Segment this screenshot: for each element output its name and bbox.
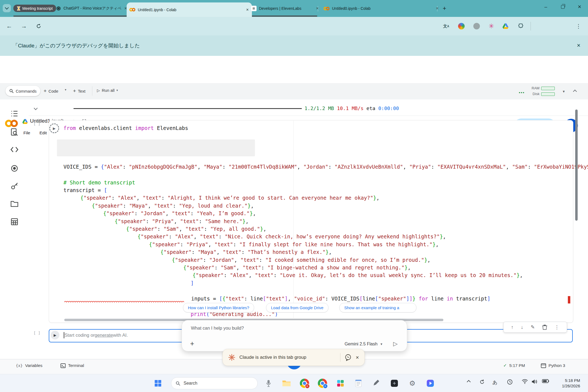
code-line-7: {"speaker": "Jordan", "text": "Yeah, I’m… — [103, 210, 256, 217]
ai-chip-1[interactable]: How can I install Python libraries? — [183, 303, 254, 312]
secrets-key-icon[interactable] — [10, 182, 19, 190]
extension-orb2-icon[interactable] — [472, 22, 481, 31]
delete-cell-icon[interactable] — [542, 324, 547, 330]
windows-taskbar: Search R R ⚙ あ — [0, 374, 588, 392]
model-selector[interactable]: Gemini 2.5 Flash ▼ — [345, 342, 383, 347]
browser-menu-kebab-icon[interactable]: ⋮ — [574, 22, 583, 31]
taskbar-search[interactable]: Search — [171, 377, 258, 389]
tab-4[interactable]: Untitled0.ipynb - Colab× — [321, 3, 442, 14]
media-app-icon[interactable] — [425, 378, 436, 389]
kernel-status[interactable]: Python 3 — [541, 363, 565, 368]
tab-2[interactable]: Untitled1.ipynb - Colab× — [127, 2, 252, 17]
elevenlabs-tab-icon: II — [251, 6, 257, 11]
close-button[interactable]: × — [571, 0, 588, 14]
add-text-button[interactable]: +Text — [73, 88, 86, 94]
new-cell-placeholder[interactable]: Start coding or generate with AI. — [64, 332, 128, 338]
tab-search-button[interactable] — [3, 4, 11, 12]
wifi-icon[interactable] — [522, 379, 528, 384]
menu-edit[interactable]: Edit — [38, 130, 48, 136]
slack-app-icon[interactable] — [335, 378, 346, 389]
toast-close-icon[interactable]: × — [356, 354, 359, 361]
back-button[interactable]: ← — [5, 22, 14, 31]
volume-icon[interactable] — [532, 379, 538, 384]
hourglass-icon — [17, 6, 20, 11]
reload-button[interactable] — [34, 22, 43, 31]
ai-chip-2[interactable]: Load data from Google Drive — [266, 303, 328, 312]
attach-plus-button[interactable]: + — [190, 339, 194, 348]
tray-clock-icon[interactable] — [507, 379, 513, 385]
gemini-placeholder[interactable]: What can I help you build? — [191, 326, 244, 331]
run-new-cell-button[interactable]: ▶ — [51, 331, 59, 339]
tab-close-icon[interactable]: × — [316, 6, 319, 11]
extensions-puzzle-icon[interactable] — [516, 22, 525, 31]
run-cell-button[interactable]: ▶ — [49, 123, 59, 133]
notepad-app-icon[interactable] — [353, 378, 364, 389]
extension-asterisk-icon[interactable]: ✳ — [487, 22, 496, 31]
screen: Meeting transcript ChatGPT - Rimo Voiceア… — [0, 0, 588, 392]
collapse-toolbar-icon[interactable] — [574, 89, 576, 94]
file-explorer-icon[interactable] — [281, 378, 292, 389]
variables-label: Variables — [25, 363, 42, 368]
selection-highlight — [57, 139, 255, 156]
terminal-button[interactable]: Terminal — [60, 363, 84, 368]
ime-indicator[interactable]: あ — [492, 379, 497, 386]
find-replace-icon[interactable] — [10, 128, 19, 136]
collapse-output-icon[interactable] — [34, 106, 37, 111]
recorder-app-icon[interactable] — [263, 378, 274, 389]
reload-icon — [36, 23, 41, 29]
tab-3[interactable]: IIDevelopers | ElevenLabs× — [248, 3, 322, 14]
battery-icon[interactable] — [542, 379, 549, 383]
pen-tablet-app-icon[interactable] — [371, 378, 382, 389]
cell-execution-gutter: [ ] — [33, 331, 40, 335]
dark-app-icon[interactable] — [389, 378, 400, 389]
generate-link[interactable]: generate — [95, 333, 113, 338]
tab-1[interactable]: ChatGPT - Rimo Voiceアクティベ…× — [53, 3, 130, 14]
table-grid-icon[interactable] — [10, 218, 19, 226]
drive-extension-icon[interactable] — [501, 22, 510, 31]
gemini-prompt-box[interactable]: What can I help you build? + Gemini 2.5 … — [182, 320, 407, 351]
commands-button[interactable]: Commands — [5, 86, 40, 96]
vertical-scrollbar[interactable] — [575, 110, 578, 221]
add-code-button[interactable]: +Code — [44, 88, 58, 94]
extension-orb-icon[interactable] — [457, 22, 466, 31]
new-tab-button[interactable]: + — [441, 5, 448, 12]
chrome-profile2-icon[interactable]: R — [317, 378, 328, 389]
chrome-icon: R — [300, 379, 309, 388]
colab-header: Untitled1.ipynb ☆ FileEditViewInsertRunt… — [0, 56, 588, 83]
scanner-lens-icon[interactable] — [10, 164, 19, 172]
search-icon — [9, 89, 14, 93]
check-icon: ✓ — [503, 363, 507, 368]
banner-close-icon[interactable]: × — [577, 42, 580, 49]
variables-button[interactable]: {x} Variables — [16, 363, 42, 368]
start-button[interactable] — [153, 378, 163, 389]
add-code-dropdown[interactable]: ▾ — [65, 88, 66, 92]
files-folder-icon[interactable] — [10, 200, 19, 208]
settings-app-icon[interactable]: ⚙ — [407, 378, 418, 389]
run-all-button[interactable]: ▷Run all▾ — [97, 88, 118, 93]
code-snippets-icon[interactable] — [10, 145, 19, 154]
claude-starburst-icon — [228, 354, 235, 361]
chat-bubble-icon[interactable] — [345, 354, 352, 361]
move-cell-up-icon[interactable]: ↑ — [511, 324, 513, 330]
maximize-button[interactable] — [554, 0, 571, 14]
tray-expand-icon[interactable] — [467, 379, 470, 385]
resources-dropdown-icon[interactable]: ▼ — [562, 90, 565, 93]
move-cell-down-icon[interactable]: ↓ — [521, 324, 523, 330]
plus-icon: + — [44, 88, 47, 94]
tab-group-pill[interactable]: Meeting transcript — [13, 5, 56, 12]
send-prompt-icon[interactable]: ▷ — [393, 341, 398, 347]
ai-chip-3[interactable]: Show an example of training a — [339, 303, 416, 312]
code-line-3: # Short demo transcript — [63, 179, 135, 186]
minimize-button[interactable]: – — [537, 0, 554, 14]
table-of-contents-icon[interactable] — [10, 110, 19, 118]
search-icon — [176, 381, 180, 386]
chrome-profile1-icon[interactable]: R — [299, 378, 310, 389]
taskbar-clock[interactable]: 5:18 PM 1/26/2026 — [555, 378, 580, 389]
menu-file[interactable]: File — [22, 130, 31, 136]
cell-menu-kebab-icon[interactable]: ⋮ — [555, 324, 559, 330]
forward-button[interactable]: → — [20, 22, 28, 31]
tray-sync-icon[interactable] — [479, 379, 485, 385]
resource-meter[interactable]: RAM Disk — [532, 85, 555, 97]
edit-with-ai-icon[interactable]: ✎ — [531, 324, 535, 330]
translate-icon[interactable]: 文A — [442, 22, 450, 31]
